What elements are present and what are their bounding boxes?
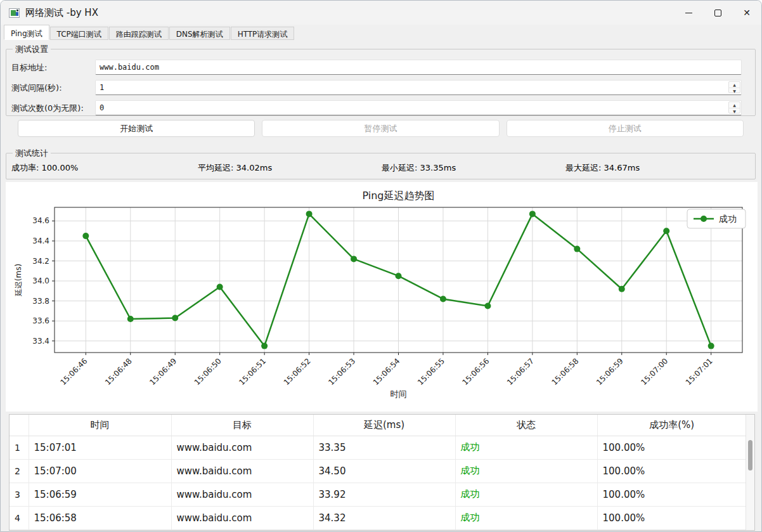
interval-label: 测试间隔(秒): (11, 82, 62, 94)
svg-text:Ping延迟趋势图: Ping延迟趋势图 (362, 190, 434, 202)
tab-traceroute-test[interactable]: 路由跟踪测试 (109, 27, 169, 40)
window-controls: ✕ (674, 1, 761, 25)
header-rate[interactable]: 成功率(%) (597, 415, 746, 436)
cell-target: www.baidu.com (171, 483, 313, 506)
table-row[interactable]: 2 15:07:00 www.baidu.com 34.50 成功 100.00… (10, 459, 746, 483)
avg-latency-stat: 平均延迟: 34.02ms (198, 162, 272, 174)
cell-target: www.baidu.com (171, 506, 313, 529)
interval-spin-buttons: ▲ ▼ (728, 81, 740, 93)
action-buttons-row: 开始测试 暂停测试 停止测试 (18, 120, 744, 137)
count-row: 测试次数(0为无限): ▲ ▼ (11, 100, 742, 115)
tab-ping-test[interactable]: Ping测试 (4, 25, 49, 40)
header-rownum (10, 415, 29, 436)
row-number: 2 (10, 459, 29, 483)
target-address-input[interactable] (95, 60, 742, 75)
maximize-icon (714, 10, 721, 16)
cell-status: 成功 (455, 459, 597, 483)
table-scrollbar-thumb[interactable] (748, 440, 752, 470)
svg-text:时间: 时间 (391, 389, 407, 399)
app-window: 网络测试 -by HX ✕ Ping测试 TCP端口测试 路由跟踪测试 DNS解… (0, 0, 762, 532)
cell-rate: 100.00% (597, 506, 746, 529)
results-table: 时间 目标 延迟(ms) 状态 成功率(%) 1 15:07:01 www.ba… (10, 415, 746, 530)
svg-text:15:06:48: 15:06:48 (103, 356, 134, 387)
ping-latency-chart: 33.433.633.834.034.234.434.615:06:4615:0… (6, 182, 758, 412)
header-status[interactable]: 状态 (455, 415, 597, 436)
svg-text:成功: 成功 (719, 214, 737, 224)
count-spin-up-icon[interactable]: ▲ (729, 102, 740, 108)
svg-text:15:06:52: 15:06:52 (282, 356, 313, 387)
close-button[interactable]: ✕ (732, 1, 761, 25)
table-row[interactable]: 4 15:06:58 www.baidu.com 34.32 成功 100.00… (10, 506, 746, 529)
svg-text:33.6: 33.6 (32, 316, 49, 325)
svg-text:延迟(ms): 延迟(ms) (14, 264, 23, 297)
interval-spin-up-icon[interactable]: ▲ (729, 82, 740, 88)
svg-text:15:06:58: 15:06:58 (550, 356, 580, 387)
min-latency-stat: 最小延迟: 33.35ms (382, 162, 456, 174)
svg-text:33.8: 33.8 (32, 297, 49, 306)
ping-latency-chart-panel: 33.433.633.834.034.234.434.615:06:4615:0… (6, 182, 758, 412)
count-spin-down-icon[interactable]: ▼ (729, 108, 740, 114)
row-number: 1 (10, 436, 29, 459)
count-label: 测试次数(0为无限): (11, 103, 84, 114)
cell-time: 15:06:58 (29, 506, 171, 529)
cell-time: 15:07:00 (29, 459, 171, 483)
table-row[interactable]: 1 15:07:01 www.baidu.com 33.35 成功 100.00… (10, 436, 746, 459)
max-latency-stat: 最大延迟: 34.67ms (565, 162, 640, 174)
app-icon (9, 8, 20, 18)
tab-dns-test[interactable]: DNS解析测试 (169, 27, 230, 40)
start-test-button[interactable]: 开始测试 (18, 120, 255, 137)
svg-text:15:06:56: 15:06:56 (461, 356, 491, 387)
settings-group-title: 测试设置 (13, 44, 51, 55)
cell-delay: 34.32 (313, 506, 455, 529)
target-address-label: 目标地址: (11, 62, 47, 74)
table-scrollbar[interactable] (746, 415, 754, 530)
cell-delay: 33.92 (313, 483, 455, 506)
cell-rate: 100.00% (597, 459, 746, 483)
table-row[interactable]: 3 15:06:59 www.baidu.com 33.92 成功 100.00… (10, 483, 746, 506)
close-icon: ✕ (743, 8, 751, 18)
interval-row: 测试间隔(秒): ▲ ▼ (11, 80, 742, 95)
svg-text:15:07:00: 15:07:00 (639, 356, 669, 387)
svg-text:15:06:50: 15:06:50 (193, 356, 223, 387)
cell-rate: 100.00% (597, 483, 746, 506)
svg-text:34.0: 34.0 (32, 276, 49, 285)
svg-text:15:07:01: 15:07:01 (684, 356, 714, 387)
cell-time: 15:06:59 (29, 483, 171, 506)
row-number: 4 (10, 506, 29, 529)
cell-delay: 33.35 (313, 436, 455, 459)
header-delay[interactable]: 延迟(ms) (313, 415, 455, 436)
pause-test-button[interactable]: 暂停测试 (262, 120, 499, 137)
maximize-button[interactable] (703, 1, 732, 25)
settings-groupbox: 测试设置 目标地址: 测试间隔(秒): ▲ ▼ 测试次数(0为无限): ▲ ▼ (6, 49, 756, 116)
interval-spinbox-input[interactable] (95, 80, 742, 95)
stats-groupbox: 测试统计 成功率: 100.00% 平均延迟: 34.02ms 最小延迟: 33… (6, 153, 756, 179)
svg-text:15:06:57: 15:06:57 (505, 356, 536, 387)
svg-text:15:06:59: 15:06:59 (595, 356, 625, 387)
cell-target: www.baidu.com (171, 459, 313, 483)
minimize-button[interactable] (674, 1, 703, 25)
minimize-icon (685, 13, 692, 13)
cell-delay: 34.50 (313, 459, 455, 483)
header-target[interactable]: 目标 (171, 415, 313, 436)
svg-text:15:06:51: 15:06:51 (237, 356, 268, 387)
results-table-panel: 时间 目标 延迟(ms) 状态 成功率(%) 1 15:07:01 www.ba… (9, 414, 755, 531)
svg-text:34.4: 34.4 (32, 237, 49, 245)
header-time[interactable]: 时间 (29, 415, 171, 436)
window-title: 网络测试 -by HX (25, 7, 98, 19)
interval-spin-down-icon[interactable]: ▼ (729, 88, 740, 94)
svg-text:15:06:55: 15:06:55 (416, 356, 446, 387)
tab-bar: Ping测试 TCP端口测试 路由跟踪测试 DNS解析测试 HTTP请求测试 (4, 25, 295, 40)
count-spin-buttons: ▲ ▼ (728, 101, 740, 114)
stats-group-title: 测试统计 (13, 148, 51, 159)
cell-status: 成功 (455, 506, 597, 529)
table-header-row: 时间 目标 延迟(ms) 状态 成功率(%) (10, 415, 746, 436)
svg-text:33.4: 33.4 (32, 337, 49, 346)
svg-text:34.6: 34.6 (32, 216, 49, 225)
tab-tcp-port-test[interactable]: TCP端口测试 (50, 27, 108, 40)
cell-rate: 100.00% (597, 436, 746, 459)
stop-test-button[interactable]: 停止测试 (507, 120, 744, 137)
cell-target: www.baidu.com (171, 436, 313, 459)
tab-http-test[interactable]: HTTP请求测试 (231, 27, 295, 40)
count-spinbox-input[interactable] (95, 100, 742, 115)
svg-text:15:06:46: 15:06:46 (58, 356, 89, 387)
